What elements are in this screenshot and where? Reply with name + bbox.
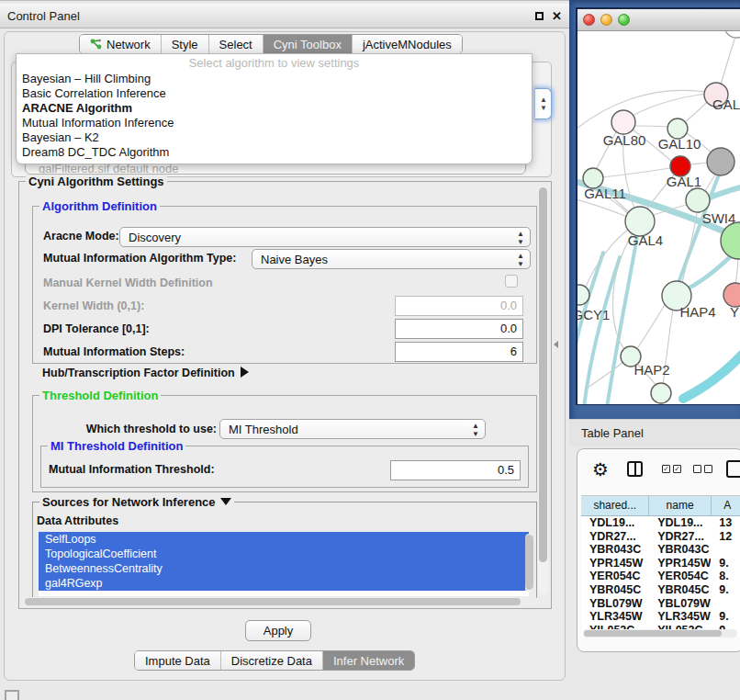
network-canvas[interactable]: GALGAL80GAL10GAL1GAL11SWI4GAL4GCY1HAP4YH… [577, 31, 740, 404]
node-gal1[interactable] [686, 188, 710, 212]
column-header[interactable]: A [712, 496, 740, 515]
network-edge[interactable] [635, 303, 666, 351]
table-cell: 13 [711, 516, 740, 530]
tab-cyni-toolbox[interactable]: Cyni Toolbox [263, 35, 353, 53]
tab-infer-network[interactable]: Infer Network [323, 651, 414, 670]
mi-type-combobox[interactable]: Naive Bayes ▲▼ [252, 249, 531, 269]
dpi-tolerance-label: DPI Tolerance [0,1]: [43, 322, 150, 335]
control-panel-tabs: NetworkStyleSelectCyni ToolboxjActiveMNo… [79, 34, 463, 54]
threshold-definition-title: Threshold Definition [39, 389, 161, 402]
network-edge[interactable] [682, 213, 697, 283]
algorithm-option[interactable]: Dream8 DC_TDC Algorithm [17, 144, 532, 159]
table-cell: YBR043C [581, 543, 649, 557]
table-cell: YLR345W [581, 610, 649, 624]
algorithm-option[interactable]: ARACNE Algorithm [17, 100, 532, 115]
tab-network[interactable]: Network [80, 35, 162, 53]
tab-label: Select [219, 38, 252, 51]
close-traffic-light-icon[interactable] [583, 14, 595, 26]
network-edge[interactable] [612, 233, 633, 351]
node-bottom-green[interactable] [651, 383, 671, 403]
panel-title: Control Panel [7, 9, 80, 23]
tab-label: jActiveMNodules [363, 38, 452, 51]
network-edge[interactable] [721, 37, 735, 85]
table-row[interactable]: YDL19...YDL19...13 [581, 516, 740, 530]
algorithm-combobox-fragment[interactable]: ▲▼ [535, 88, 552, 119]
network-edge[interactable] [634, 126, 668, 127]
deselect-all-icon[interactable] [693, 465, 712, 473]
table-cell: YDL19... [649, 516, 711, 530]
table-cell: YBR045C [581, 583, 649, 597]
mi-threshold-field[interactable]: 0.5 [390, 460, 521, 480]
tab-label: Impute Data [145, 654, 210, 668]
tab-select[interactable]: Select [209, 35, 263, 53]
data-attributes-label: Data Attributes [37, 514, 118, 527]
table-row[interactable]: YBR043CYBR043C [581, 543, 740, 557]
float-window-icon[interactable] [535, 12, 544, 20]
settings-vertical-scrollbar[interactable] [538, 186, 548, 595]
table-row[interactable]: YER054CYER054C8. [581, 570, 740, 583]
algorithm-option[interactable]: Bayesian – K2 [17, 130, 532, 144]
aracne-mode-combobox[interactable]: Discovery ▲▼ [119, 227, 531, 247]
table-row[interactable]: YPR145WYPR145W9. [581, 557, 740, 570]
partial-top-node[interactable] [724, 31, 740, 38]
close-icon[interactable]: ✕ [552, 10, 562, 22]
dpi-tolerance-field[interactable]: 0.0 [395, 319, 523, 339]
algorithm-option[interactable]: Mutual Information Inference [17, 115, 532, 130]
table-row[interactable]: YLR345WYLR345W9. [581, 610, 740, 624]
settings-horizontal-scrollbar[interactable] [23, 597, 539, 606]
which-threshold-value: MI Threshold [229, 423, 298, 436]
table-cell: 9. [711, 610, 740, 624]
manual-kernel-checkbox[interactable] [505, 275, 518, 288]
tab-jactivemnodules[interactable]: jActiveMNodules [353, 35, 462, 53]
tab-impute-data[interactable]: Impute Data [135, 651, 221, 670]
attributes-scrollbar[interactable] [525, 534, 533, 593]
manual-kernel-label: Manual Kernel Width Definition [43, 277, 213, 289]
kernel-width-label: Kernel Width (0,1): [43, 299, 144, 312]
aracne-mode-value: Discovery [129, 231, 181, 244]
mi-type-value: Naive Bayes [261, 253, 328, 266]
column-header[interactable]: name [649, 496, 711, 515]
network-edge[interactable] [585, 228, 631, 288]
kernel-width-field[interactable]: 0.0 [395, 296, 523, 316]
mini-float-icon[interactable] [5, 690, 19, 700]
table-cell: YER054C [649, 570, 711, 583]
node-table[interactable]: shared...nameA YDL19...YDL19...13YDR27..… [581, 495, 740, 637]
network-edge[interactable] [606, 236, 637, 404]
mi-steps-field[interactable]: 6 [395, 342, 523, 362]
column-header[interactable]: shared... [581, 496, 649, 515]
node-gray[interactable] [707, 148, 734, 175]
algorithm-option[interactable]: Bayesian – Hill Climbing [17, 71, 532, 85]
sources-group-title[interactable]: Sources for Network Inference [39, 495, 234, 509]
network-edge[interactable] [683, 351, 740, 399]
network-view-window[interactable]: GALGAL80GAL10GAL1GAL11SWI4GAL4GCY1HAP4YH… [576, 7, 740, 405]
network-edge[interactable] [602, 168, 670, 177]
new-table-icon[interactable] [726, 460, 740, 478]
tab-style[interactable]: Style [162, 35, 209, 53]
attribute-list-item[interactable]: TopologicalCoefficient [39, 547, 529, 561]
minimize-traffic-light-icon[interactable] [600, 14, 612, 26]
attribute-list-item[interactable]: gal4RGexp [39, 576, 529, 591]
table-row[interactable]: YBL079WYBL079W [581, 597, 740, 611]
table-horizontal-scrollbar[interactable] [583, 629, 737, 638]
columns-icon[interactable] [627, 461, 643, 477]
tab-discretize-data[interactable]: Discretize Data [221, 651, 323, 670]
hub-definition-toggle[interactable]: Hub/Transcription Factor Definition [42, 367, 249, 379]
attribute-list-item[interactable]: SelfLoops [39, 532, 529, 547]
apply-button[interactable]: Apply [245, 620, 311, 641]
which-threshold-combobox[interactable]: MI Threshold ▲▼ [219, 419, 486, 439]
network-edge[interactable] [577, 198, 627, 217]
data-attributes-list[interactable]: SelfLoopsTopologicalCoefficientBetweenne… [39, 532, 529, 596]
gear-icon[interactable]: ⚙ [592, 459, 609, 480]
select-all-icon[interactable]: ✓✓ [662, 465, 681, 473]
network-edge[interactable] [683, 100, 709, 123]
network-edge[interactable] [685, 255, 732, 290]
zoom-traffic-light-icon[interactable] [618, 14, 630, 26]
algorithm-option[interactable]: Basic Correlation Inference [17, 85, 532, 100]
table-row[interactable]: YDR27...YDR27...12 [581, 530, 740, 544]
node-gal80[interactable] [611, 110, 635, 134]
table-row[interactable]: YBR045CYBR045C9. [581, 583, 740, 597]
panel-divider-arrow-icon[interactable] [554, 341, 558, 348]
attribute-list-item[interactable]: BetweennessCentrality [39, 561, 529, 576]
node-label: GAL10 [658, 136, 701, 152]
network-edge[interactable] [735, 259, 738, 285]
